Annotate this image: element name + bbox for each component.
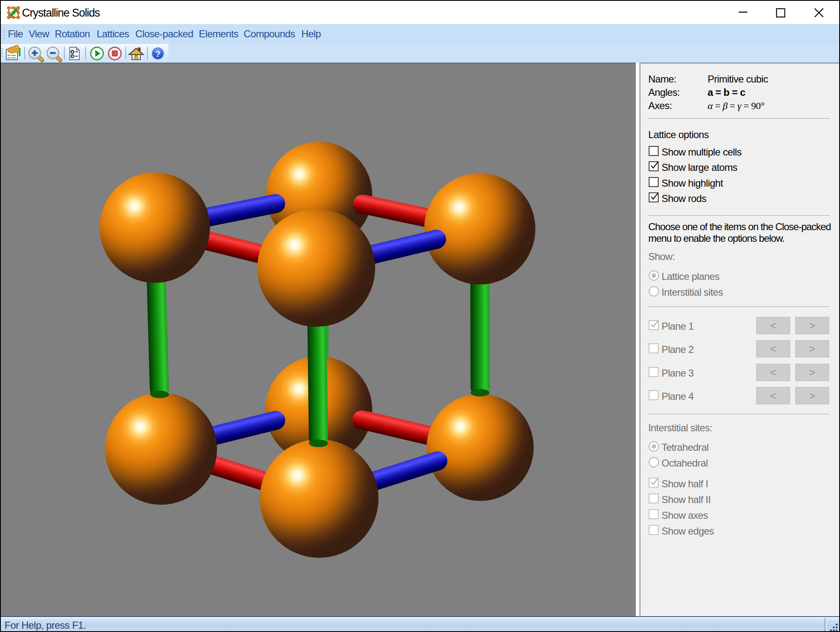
svg-text:?: ?: [155, 49, 161, 58]
